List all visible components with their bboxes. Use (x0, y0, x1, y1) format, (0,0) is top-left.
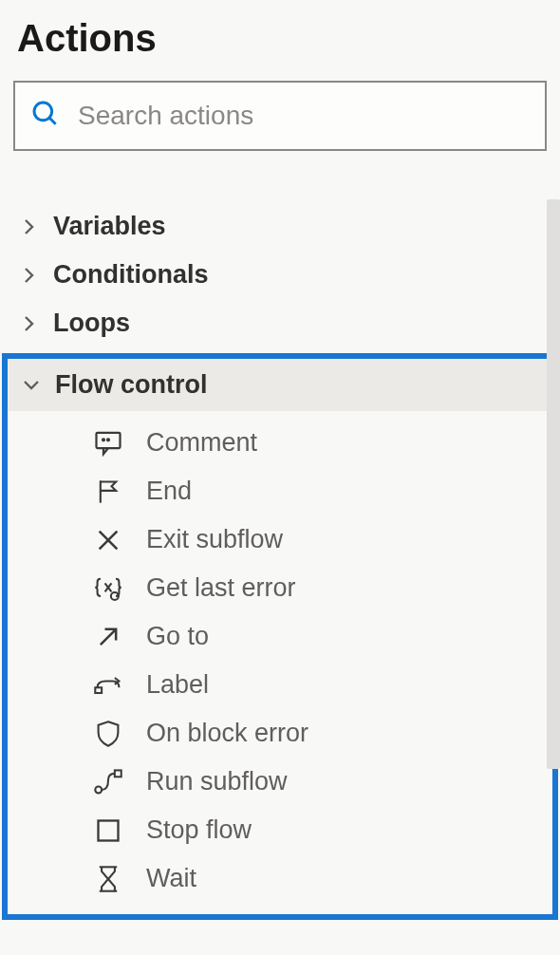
label-loop-icon (89, 674, 127, 697)
search-input[interactable] (78, 101, 530, 131)
flow-control-highlight: Flow control Comment (2, 353, 558, 920)
action-label: Comment (146, 428, 257, 458)
subflow-icon (89, 769, 127, 796)
svg-rect-15 (99, 820, 119, 840)
categories-list: Variables Conditionals Loops Flow contro… (0, 174, 560, 920)
action-label: Wait (146, 864, 196, 893)
svg-point-4 (107, 439, 109, 440)
comment-icon (89, 430, 127, 457)
category-label: Flow control (55, 370, 207, 400)
hourglass-icon (89, 865, 127, 893)
chevron-right-icon (17, 314, 42, 333)
action-comment[interactable]: Comment (8, 419, 552, 467)
action-go-to[interactable]: Go to (8, 612, 552, 661)
svg-rect-14 (115, 770, 121, 777)
shield-icon (89, 720, 127, 748)
action-exit-subflow[interactable]: Exit subflow (8, 515, 552, 564)
action-wait[interactable]: Wait (8, 854, 552, 903)
svg-point-3 (103, 439, 104, 440)
search-box[interactable] (13, 81, 547, 151)
flow-control-actions: Comment End Exit subfl (8, 411, 552, 914)
action-get-last-error[interactable]: Get last error (8, 564, 552, 612)
braces-error-icon (89, 575, 127, 602)
search-icon (30, 99, 61, 133)
action-label[interactable]: Label (8, 661, 552, 709)
action-label: Exit subflow (146, 525, 283, 554)
arrow-up-right-icon (89, 624, 127, 650)
action-label: Label (146, 670, 209, 700)
chevron-right-icon (17, 266, 42, 285)
category-variables[interactable]: Variables (0, 202, 560, 251)
action-label: Get last error (146, 573, 296, 603)
category-label: Variables (53, 212, 166, 241)
flag-icon (89, 478, 127, 505)
action-label: On block error (146, 719, 308, 748)
action-label: End (146, 477, 192, 506)
category-label: Loops (53, 309, 130, 338)
svg-point-0 (34, 103, 52, 121)
action-stop-flow[interactable]: Stop flow (8, 806, 552, 854)
stop-square-icon (89, 817, 127, 844)
chevron-right-icon (17, 217, 42, 236)
svg-point-13 (95, 786, 102, 793)
svg-line-11 (101, 628, 116, 644)
svg-rect-12 (95, 687, 102, 693)
category-label: Conditionals (53, 260, 209, 290)
category-conditionals[interactable]: Conditionals (0, 251, 560, 299)
panel-title: Actions (0, 0, 560, 81)
category-flow-control[interactable]: Flow control (8, 359, 552, 411)
action-label: Run subflow (146, 767, 288, 796)
action-label: Go to (146, 622, 209, 651)
action-end[interactable]: End (8, 467, 552, 515)
action-run-subflow[interactable]: Run subflow (8, 758, 552, 806)
svg-line-1 (49, 118, 56, 124)
scrollbar[interactable] (547, 199, 560, 769)
action-on-block-error[interactable]: On block error (8, 709, 552, 758)
x-icon (89, 527, 127, 553)
category-loops[interactable]: Loops (0, 299, 560, 347)
chevron-down-icon (19, 378, 44, 393)
action-label: Stop flow (146, 815, 252, 845)
